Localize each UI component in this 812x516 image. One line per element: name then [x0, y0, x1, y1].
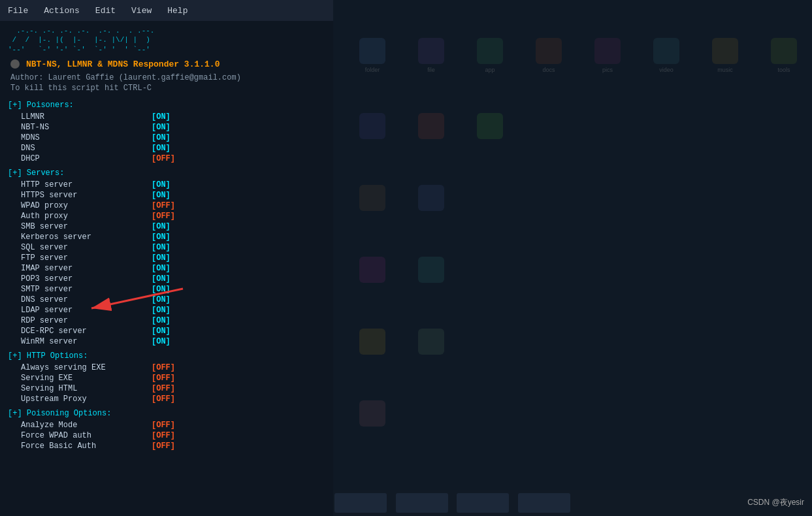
- status-badge: [OFF]: [152, 212, 175, 221]
- config-label: RDP server: [21, 316, 152, 325]
- status-badge: [OFF]: [152, 374, 175, 383]
- desktop-icon: [412, 320, 451, 366]
- status-badge: [OFF]: [152, 442, 175, 451]
- poisoners-header: [+] Poisoners:: [8, 101, 325, 110]
- config-row-dns-server: DNS server [ON]: [8, 295, 325, 304]
- menu-view[interactable]: View: [129, 5, 154, 17]
- config-label: LDAP server: [21, 306, 152, 315]
- config-label: IMAP server: [21, 264, 152, 273]
- config-label: FTP server: [21, 253, 152, 263]
- desktop-icon: [412, 176, 451, 222]
- kill-hint-text: To kill this script hit CTRL-C: [10, 84, 325, 93]
- config-row-dhcp: DHCP [OFF]: [8, 154, 325, 163]
- menu-actions[interactable]: Actions: [41, 5, 82, 17]
- desktop-icon: docs: [529, 33, 568, 78]
- menu-bar: File Actions Edit View Help: [0, 0, 333, 21]
- csdn-watermark: CSDN @夜yesir: [747, 497, 804, 508]
- desktop-icon: [470, 105, 510, 150]
- status-badge: [ON]: [152, 316, 171, 325]
- taskbar: [333, 490, 812, 516]
- config-row-mdns: MDNS [ON]: [8, 133, 325, 142]
- config-label: SMTP server: [21, 285, 152, 294]
- ascii-art-banner: .-.-. .-. .-. .-. .-. . . .--. / / |-. |…: [8, 26, 325, 54]
- status-badge: [ON]: [152, 306, 171, 315]
- status-badge: [ON]: [152, 222, 171, 231]
- status-badge: [ON]: [152, 337, 171, 346]
- servers-header: [+] Servers:: [8, 169, 325, 178]
- config-row-nbt-ns: NBT-NS [ON]: [8, 123, 325, 132]
- config-row-sql: SQL server [ON]: [8, 243, 325, 252]
- menu-file[interactable]: File: [5, 5, 31, 17]
- config-row-ftp: FTP server [ON]: [8, 253, 325, 263]
- status-badge: [ON]: [152, 253, 171, 263]
- menu-edit[interactable]: Edit: [93, 5, 118, 17]
- desktop-icon: [412, 105, 451, 150]
- desktop-icon: [353, 392, 392, 438]
- status-badge: [ON]: [152, 133, 171, 142]
- config-row-upstream-proxy: Upstream Proxy [OFF]: [8, 395, 325, 404]
- terminal-content: .-.-. .-. .-. .-. .-. . . .--. / / |-. |…: [0, 21, 333, 516]
- status-badge: [ON]: [152, 191, 171, 200]
- terminal-window: File Actions Edit View Help .-.-. .-. .-…: [0, 0, 333, 516]
- desktop-icon: tools: [764, 33, 804, 78]
- desktop-icon: pics: [588, 33, 627, 78]
- desktop-background: folder file app docs pics video music to…: [333, 0, 812, 516]
- status-badge: [ON]: [152, 243, 171, 252]
- config-row-llmnr: LLMNR [ON]: [8, 112, 325, 121]
- status-badge: [OFF]: [152, 154, 175, 163]
- status-badge: [OFF]: [152, 395, 175, 404]
- config-label: Analyze Mode: [21, 421, 152, 430]
- config-row-smb: SMB server [ON]: [8, 222, 325, 231]
- config-row-winrm: WinRM server [ON]: [8, 337, 325, 346]
- config-row-smtp: SMTP server [ON]: [8, 285, 325, 294]
- config-row-http: HTTP server [ON]: [8, 180, 325, 189]
- desktop-icon: [353, 176, 392, 222]
- config-label: Force Basic Auth: [21, 442, 152, 451]
- config-label: POP3 server: [21, 274, 152, 283]
- config-label: Kerberos server: [21, 233, 152, 242]
- desktop-icon: [353, 248, 392, 294]
- status-badge: [ON]: [152, 327, 171, 336]
- config-row-serving-html: Serving HTML [OFF]: [8, 384, 325, 393]
- status-badge: [ON]: [152, 144, 171, 153]
- desktop-icon: folder: [353, 33, 392, 78]
- config-label: WPAD proxy: [21, 201, 152, 210]
- http-options-header: [+] HTTP Options:: [8, 351, 325, 361]
- status-badge: [ON]: [152, 285, 171, 294]
- config-label: DNS: [21, 144, 152, 153]
- config-row-rdp: RDP server [ON]: [8, 316, 325, 325]
- config-label: DNS server: [21, 295, 152, 304]
- desktop-icon: [353, 320, 392, 366]
- config-row-always-exe: Always serving EXE [OFF]: [8, 363, 325, 372]
- config-label: Serving EXE: [21, 374, 152, 383]
- desktop-icon: [353, 105, 392, 150]
- config-row-auth-proxy: Auth proxy [OFF]: [8, 212, 325, 221]
- status-badge: [ON]: [152, 295, 171, 304]
- config-label: Always serving EXE: [21, 363, 152, 372]
- config-label: NBT-NS: [21, 123, 152, 132]
- config-row-https: HTTPS server [ON]: [8, 191, 325, 200]
- config-row-force-wpad: Force WPAD auth [OFF]: [8, 431, 325, 440]
- config-row-force-basic: Force Basic Auth [OFF]: [8, 442, 325, 451]
- config-label: SMB server: [21, 222, 152, 231]
- config-label: WinRM server: [21, 337, 152, 346]
- status-badge: [OFF]: [152, 431, 175, 440]
- config-label: Serving HTML: [21, 384, 152, 393]
- config-row-dns: DNS [ON]: [8, 144, 325, 153]
- status-badge: [ON]: [152, 180, 171, 189]
- config-row-serving-exe: Serving EXE [OFF]: [8, 374, 325, 383]
- status-badge: [OFF]: [152, 384, 175, 393]
- config-label: LLMNR: [21, 112, 152, 121]
- config-row-kerberos: Kerberos server [ON]: [8, 233, 325, 242]
- app-title: NBT-NS, LLMNR & MDNS Responder 3.1.1.0: [26, 59, 219, 69]
- config-label: Upstream Proxy: [21, 395, 152, 404]
- status-badge: [OFF]: [152, 201, 175, 210]
- status-badge: [OFF]: [152, 363, 175, 372]
- status-circle-icon: [10, 59, 20, 69]
- desktop-icon: app: [470, 33, 510, 78]
- desktop-icon: [412, 248, 451, 294]
- menu-help[interactable]: Help: [165, 5, 190, 17]
- config-label: SQL server: [21, 243, 152, 252]
- author-text: Author: Laurent Gaffie (laurent.gaffie@g…: [10, 73, 325, 82]
- status-badge: [ON]: [152, 112, 171, 121]
